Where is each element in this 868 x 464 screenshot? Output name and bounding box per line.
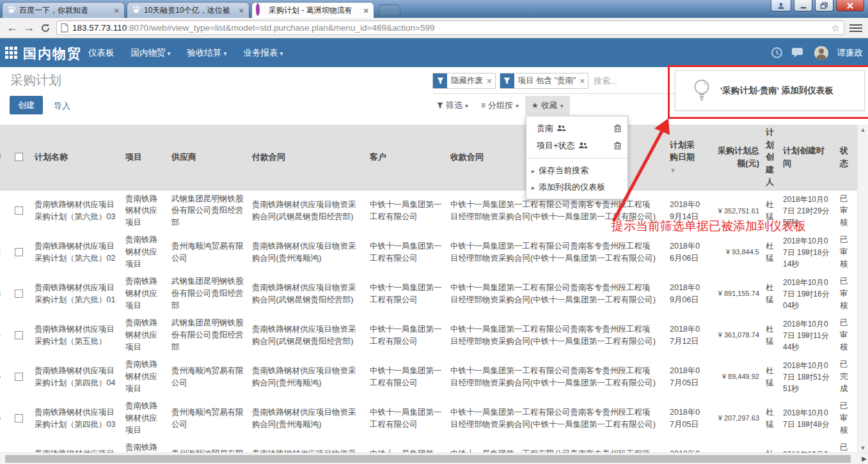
creator: 杜猛 xyxy=(766,325,774,346)
pay-contract: 贵南铁路钢材供应项目物资采购合同(武钢昆钢贵阳经营部) xyxy=(252,283,356,304)
back-button[interactable]: ← xyxy=(4,21,20,35)
plan-name: 贵南铁路钢材供应项目采购计划（第六批）03 xyxy=(35,200,115,221)
header-customer[interactable]: 客户 xyxy=(366,125,446,190)
row-number: 6 xyxy=(0,412,1,424)
tab-close-icon[interactable]: × xyxy=(237,6,245,15)
scroll-up-icon[interactable]: ▲ xyxy=(858,127,868,133)
header-pay-contract[interactable]: 付款合同 xyxy=(248,125,366,190)
table-row[interactable]: 7 贵南铁路钢材供应项目采购计划 贵南铁路钢材供应项目 贵州海顺鸿贸易有限公司 … xyxy=(0,439,857,452)
table-row[interactable]: 2 贵南铁路钢材供应项目采购计划（第六批）02 贵南铁路钢材供应项目 贵州海顺鸿… xyxy=(0,231,857,273)
row-checkbox[interactable] xyxy=(15,290,23,298)
window-minimize-button[interactable] xyxy=(794,0,812,12)
scrollbar-thumb[interactable] xyxy=(5,455,851,463)
user-avatar[interactable] xyxy=(814,46,828,60)
app-brand[interactable]: 国内物贸 xyxy=(23,45,82,63)
horizontal-scrollbar[interactable]: ▶ xyxy=(0,452,868,464)
tab-close-icon[interactable]: × xyxy=(362,6,370,15)
scroll-right-icon[interactable]: ▶ xyxy=(862,455,867,462)
row-checkbox[interactable] xyxy=(15,373,23,381)
project: 贵南铁路钢材供应项目 xyxy=(125,360,157,393)
row-checkbox[interactable] xyxy=(15,331,23,339)
username[interactable]: 谭廉政 xyxy=(837,47,864,59)
header-amount[interactable]: 采购计划总额(元) xyxy=(709,125,762,190)
vertical-scrollbar[interactable]: ▲ ▼ xyxy=(857,125,868,452)
clock-icon[interactable] xyxy=(771,47,783,59)
import-link[interactable]: 导入 xyxy=(54,100,70,112)
header-supplier[interactable]: 供应商 xyxy=(168,125,248,190)
group-by-button[interactable]: ≡ 分组按▾ xyxy=(475,96,525,115)
facet-remove-icon[interactable]: × xyxy=(487,76,495,86)
receive-contract: 中铁十一局集团第一工程有限公司贵南客专贵州段工程项目经理部物资采购合同(中铁十一… xyxy=(450,242,656,263)
row-checkbox[interactable] xyxy=(15,414,23,422)
nav-menu-acceptance[interactable]: 验收结算▾ xyxy=(187,47,227,59)
row-checkbox[interactable] xyxy=(15,206,23,215)
project: 贵南铁路钢材供应项目 xyxy=(125,401,157,435)
favorites-button[interactable]: ★ 收藏▾ xyxy=(525,96,570,115)
window-maximize-button[interactable] xyxy=(815,0,833,12)
search-input[interactable] xyxy=(592,73,650,89)
search-toolbar: 筛选▾ ≡ 分组按▾ ★ 收藏▾ xyxy=(430,96,570,115)
search-facet-project-guinan[interactable]: 项目 包含 "贵南" × xyxy=(500,73,588,89)
status-badge: 已审核 xyxy=(840,443,848,452)
browser-tab-active[interactable]: 采购计划 - 葛洲坝物流有 × xyxy=(251,2,374,18)
header-project[interactable]: 项目 xyxy=(122,125,168,190)
refresh-icon[interactable] xyxy=(40,22,51,34)
profile-button[interactable] xyxy=(771,0,791,12)
select-all-checkbox[interactable] xyxy=(15,153,23,161)
scroll-down-icon[interactable]: ▼ xyxy=(858,445,868,451)
toast-message: '采购计划-贵南' 添加到仪表板 xyxy=(720,85,833,97)
nav-menu-trade[interactable]: 国内物贸▾ xyxy=(131,47,171,59)
pay-contract: 贵南铁路钢材供应项目物资采购合同(贵州海顺鸿) xyxy=(252,408,356,429)
header-creator[interactable]: 计划创建人 xyxy=(762,125,781,190)
row-checkbox[interactable] xyxy=(15,248,23,256)
supplier: 武钢集团昆明钢铁股份有限公司贵阳经营部 xyxy=(171,194,244,228)
table-row[interactable]: 5 贵南铁路钢材供应项目采购计划（第四批）04 贵南铁路钢材供应项目 贵州海顺鸿… xyxy=(0,356,857,398)
plan-name: 贵南铁路钢材供应项目采购计划（第六批）01 xyxy=(35,283,115,304)
amount: ¥ 361,078.74 xyxy=(718,331,759,339)
header-plan-name[interactable]: 计划名称 xyxy=(31,125,122,190)
status-badge: 已完成 xyxy=(840,360,848,393)
receive-contract: 中铁十一局集团第一工程有限公司贵南客专贵州段工程项目经理部物资采购合同(中铁十一… xyxy=(450,408,656,429)
apps-grid-icon[interactable] xyxy=(5,47,17,59)
red-annotation-text: 提示当前筛选单据已被添加到仪表板 xyxy=(612,218,806,235)
browser-tab-2[interactable]: 10天融资10个亿，这位被 × xyxy=(127,2,249,18)
chat-icon[interactable] xyxy=(792,47,805,58)
address-bar[interactable]: 183.57.73.110:8070/web#view_type=list&mo… xyxy=(56,20,844,35)
header-select-all[interactable] xyxy=(6,125,31,190)
submenu-arrow-icon: ▸ xyxy=(532,167,535,174)
header-status[interactable]: 状态 xyxy=(832,125,857,190)
nav-menu-reports[interactable]: 业务报表▾ xyxy=(244,47,283,59)
row-number: 3 xyxy=(0,288,1,300)
nav-menu-dashboard[interactable]: 仪表板 xyxy=(88,47,114,59)
customer: 中铁十一局集团第一工程有限公司 xyxy=(370,200,442,221)
plan-name: 贵南铁路钢材供应项目采购计划（第四批）04 xyxy=(35,366,115,387)
forward-button[interactable]: → xyxy=(20,21,37,35)
table-row[interactable]: 3 贵南铁路钢材供应项目采购计划（第六批）01 贵南铁路钢材供应项目 武钢集团昆… xyxy=(0,273,857,314)
created-time: 2018年10月07日 18时51分51秒 xyxy=(783,361,830,393)
supplier: 武钢集团昆明钢铁股份有限公司贵阳经营部 xyxy=(171,318,244,352)
pay-contract: 贵南铁路钢材供应项目物资采购合同(武钢昆钢贵阳经营部) xyxy=(252,325,356,346)
table-row[interactable]: 6 贵南铁路钢材供应项目采购计划（第四批）03 贵南铁路钢材供应项目 贵州海顺鸿… xyxy=(0,398,857,439)
page-title: 采购计划 xyxy=(10,72,61,89)
browser-menu-icon[interactable] xyxy=(849,22,862,34)
header-created-time[interactable]: 计划创建时间 xyxy=(781,125,832,190)
row-number: 2 xyxy=(0,246,1,258)
amount: ¥ 891,155.74 xyxy=(718,290,759,297)
created-time: 2018年10月07日 19时16分04秒 xyxy=(783,278,830,310)
tab-close-icon[interactable]: × xyxy=(113,6,120,15)
window-close-button[interactable] xyxy=(836,0,864,12)
table-row[interactable]: 4 贵南铁路钢材供应项目采购计划（第五批） 贵南铁路钢材供应项目 武钢集团昆明钢… xyxy=(0,314,857,356)
search-facet-hide-void[interactable]: 隐藏作废 × xyxy=(432,73,496,89)
create-button[interactable]: 创建 xyxy=(10,96,43,114)
browser-tab-1[interactable]: 百度一下，你就知道 × xyxy=(2,2,125,18)
new-tab-button[interactable] xyxy=(379,4,400,16)
person-icon xyxy=(777,2,785,10)
creator: 杜猛 xyxy=(766,408,774,429)
project: 贵南铁路钢材供应项目 xyxy=(125,318,157,352)
created-time: 2018年10月07日 18时48分 xyxy=(783,408,830,429)
bookmark-star-icon[interactable]: ☆ xyxy=(832,22,840,34)
row-number: 4 xyxy=(0,329,1,341)
facet-remove-icon[interactable]: × xyxy=(580,76,588,86)
chevron-down-icon: ▾ xyxy=(560,102,564,109)
filters-button[interactable]: 筛选▾ xyxy=(430,96,475,115)
